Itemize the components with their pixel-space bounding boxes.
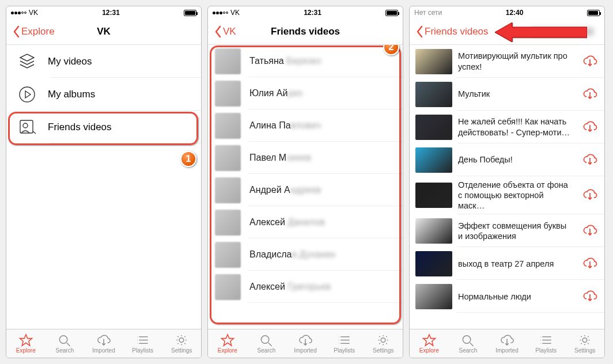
tab-label: Search (459, 347, 478, 354)
video-thumbnail (415, 82, 452, 107)
tab-explore[interactable]: Explore (410, 329, 449, 358)
menu-my-albums[interactable]: My albums (6, 78, 201, 111)
video-row[interactable]: Отделение объекта от фона с помощью вект… (410, 176, 604, 214)
friend-row[interactable]: Андрей Андреев (208, 174, 403, 206)
friend-row[interactable]: Татьяна Березко (208, 45, 403, 77)
back-button[interactable]: VK (214, 25, 236, 38)
avatar (215, 242, 241, 268)
video-row[interactable]: Мотивирующий мультик про успех! (410, 45, 604, 78)
download-button[interactable] (581, 54, 599, 69)
svg-point-7 (463, 336, 471, 343)
video-row[interactable]: Эффект совмещения буквы и изображения (410, 214, 604, 247)
star-icon (422, 333, 437, 347)
download-button[interactable] (581, 188, 599, 203)
menu-label: My videos (48, 56, 92, 67)
tab-settings[interactable]: Settings (565, 329, 604, 358)
tab-label: Playlists (334, 347, 355, 354)
tab-bar: Explore Search Imported Playlists Settin… (208, 329, 403, 358)
content-area: Татьяна Березко Юлия Айрих Алина Павлови… (208, 45, 403, 329)
video-row[interactable]: День Победы! (410, 143, 604, 176)
svg-point-2 (23, 123, 28, 128)
download-button[interactable] (581, 87, 599, 102)
tab-imported[interactable]: Imported (487, 329, 527, 358)
tab-settings[interactable]: Settings (364, 329, 403, 358)
svg-point-5 (262, 336, 269, 343)
friend-row[interactable]: Владислав Духанин (208, 238, 403, 271)
tab-imported[interactable]: Imported (84, 329, 123, 358)
video-title: выход в театр 27 апреля (458, 259, 576, 269)
video-row[interactable]: Не жалей себя!!! Как начать действовать!… (410, 111, 604, 143)
tab-label: Imported (92, 347, 115, 354)
back-label: Friends videos (425, 26, 489, 37)
video-thumbnail (415, 284, 452, 309)
tab-label: Settings (373, 347, 393, 354)
gear-icon (174, 333, 189, 347)
download-button[interactable] (581, 120, 599, 135)
cloud-download-icon (582, 54, 597, 69)
friend-name: Владислав Духанин (249, 249, 335, 260)
tab-search[interactable]: Search (46, 329, 85, 358)
friend-row[interactable]: Алексей Григорьев (208, 271, 403, 303)
friend-row[interactable]: Алексей Данилов (208, 206, 403, 238)
avatar (215, 210, 241, 236)
tab-playlists[interactable]: Playlists (325, 329, 364, 358)
friend-name: Алексей Григорьев (249, 282, 331, 292)
tab-explore[interactable]: Explore (208, 329, 247, 358)
cloud-download-icon (582, 87, 597, 102)
friend-row[interactable]: Павел Мокеев (208, 142, 403, 174)
tab-playlists[interactable]: Playlists (123, 329, 162, 358)
signal-dots (11, 12, 27, 14)
friend-name: Андрей Андреев (249, 185, 321, 195)
download-button[interactable] (581, 256, 599, 271)
avatar (215, 113, 241, 139)
video-row[interactable]: выход в театр 27 апреля (410, 247, 604, 280)
tab-bar: Explore Search Imported Playlists Settin… (410, 329, 604, 358)
battery-icon (184, 10, 196, 16)
search-icon (259, 333, 274, 347)
tab-label: Playlists (535, 347, 557, 354)
tab-imported[interactable]: Imported (286, 329, 325, 358)
tab-explore[interactable]: Explore (6, 329, 46, 358)
star-icon (220, 333, 235, 347)
video-thumbnail (415, 251, 452, 276)
back-button[interactable]: Friends videos (415, 25, 489, 38)
friend-row[interactable]: Юлия Айрих (208, 77, 403, 109)
download-button[interactable] (581, 153, 599, 168)
tab-settings[interactable]: Settings (162, 329, 201, 358)
video-title: Мотивирующий мультик про успех! (458, 51, 576, 71)
svg-point-6 (381, 338, 385, 343)
back-button[interactable]: Explore (12, 25, 55, 38)
menu-label: My albums (48, 89, 95, 100)
content-area: Мотивирующий мультик про успех! Мультик … (410, 45, 604, 329)
list-icon (337, 333, 352, 347)
tab-search[interactable]: Search (247, 329, 286, 358)
status-time: 12:31 (102, 9, 120, 17)
list-icon (539, 333, 554, 347)
tab-search[interactable]: Search (449, 329, 488, 358)
menu-my-videos[interactable]: My videos (6, 45, 201, 78)
battery-icon (385, 10, 398, 16)
badge-1: 1 (180, 151, 196, 167)
tab-label: Settings (574, 347, 595, 354)
download-button[interactable] (581, 223, 599, 238)
cloud-download-icon (582, 289, 597, 304)
gear-icon (577, 333, 592, 347)
cloud-download-icon (582, 256, 597, 271)
tab-playlists[interactable]: Playlists (527, 329, 566, 358)
status-bar: VK 12:31 (6, 6, 201, 19)
download-button[interactable] (581, 289, 599, 304)
video-row[interactable]: Нормальные люди (410, 280, 604, 313)
menu-friends-videos[interactable]: Friends videos (6, 111, 201, 143)
nav-bar: VK Friends videos (208, 19, 403, 45)
nav-bar: Friends videos (410, 19, 604, 45)
video-thumbnail (415, 147, 452, 173)
battery-icon (587, 10, 600, 16)
friend-row[interactable]: Алина Павлович (208, 109, 403, 142)
cloud-download-icon (582, 120, 597, 135)
svg-point-8 (582, 338, 587, 343)
video-row[interactable]: Мультик (410, 78, 604, 111)
back-label: Explore (21, 26, 55, 37)
nav-bar: Explore VK (6, 19, 201, 45)
tab-bar: Explore Search Imported Playlists Settin… (6, 329, 201, 358)
nav-title-blurred (531, 28, 594, 36)
